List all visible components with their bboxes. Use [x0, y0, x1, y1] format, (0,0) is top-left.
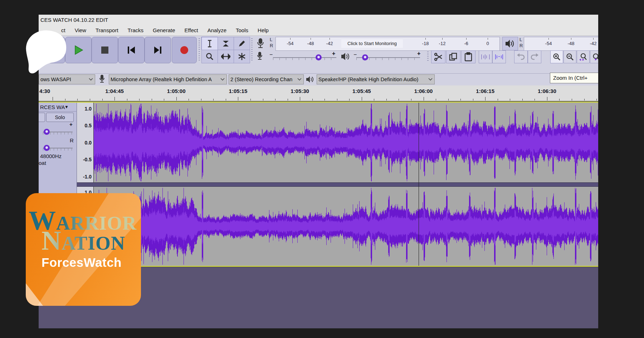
toolbar-grip[interactable] — [251, 38, 253, 61]
scale-label: -1.0 — [77, 173, 92, 180]
redo-button[interactable] — [528, 50, 541, 63]
monitor-button[interactable]: Click to Start Monitoring — [341, 39, 403, 48]
playback-device-dropdown[interactable]: Speaker/HP (Realtek High Definition Audi… — [317, 74, 435, 84]
menu-item-analyze[interactable]: Analyze — [203, 27, 231, 33]
chevron-down-icon — [297, 77, 302, 82]
mute-button[interactable] — [39, 113, 45, 122]
recording-device-dropdown[interactable]: Microphone Array (Realtek High Definitio… — [109, 74, 227, 84]
gain-thumb[interactable] — [44, 129, 50, 135]
waveform-right-channel[interactable] — [94, 187, 598, 266]
track-menu-dropdown-icon[interactable]: ▼ — [64, 104, 69, 109]
meter-tick — [311, 38, 311, 40]
toolbar-grip[interactable] — [199, 38, 200, 61]
timeline-tick — [102, 99, 103, 101]
timeline-tick — [399, 99, 399, 101]
toolbar-grip[interactable] — [427, 52, 429, 62]
cut-button[interactable] — [431, 50, 445, 63]
zoom-to-selection-icon — [579, 53, 587, 61]
track-name[interactable]: RCES WA — [40, 104, 65, 110]
stop-icon — [101, 46, 109, 54]
mixer-mic-icon — [254, 51, 265, 62]
meter-scale-value: -48 — [568, 41, 575, 46]
timeline-tick — [386, 99, 387, 101]
copy-button[interactable] — [446, 50, 460, 63]
menu-item-transport[interactable]: Transport — [91, 27, 123, 33]
window-title: CES WATCH 04.10.22 EDIT — [40, 17, 108, 23]
waveform-left-channel[interactable] — [94, 103, 598, 182]
white-blob-overlay — [25, 30, 69, 78]
recording-device-value: Microphone Array (Realtek High Definitio… — [111, 77, 212, 82]
recording-channels-dropdown[interactable]: 2 (Stereo) Recording Chan — [229, 74, 304, 84]
timeline-tick — [77, 99, 78, 101]
timeline-label: 1:05:45 — [352, 88, 371, 94]
undo-button[interactable] — [514, 50, 528, 63]
time-shift-tool-button[interactable] — [218, 50, 234, 63]
meter-tick — [330, 38, 330, 40]
zoom-in-tooltip: Zoom In (Ctrl+ — [550, 73, 598, 83]
cut-icon — [434, 52, 443, 62]
timeline-label: 1:04:45 — [105, 88, 124, 94]
record-meter[interactable]: -54-48-42Click to Start Monitoring-18-12… — [275, 37, 500, 51]
trim-audio-button[interactable] — [479, 50, 492, 63]
playback-meter-speaker-button[interactable] — [502, 37, 518, 50]
timeline-tick — [65, 99, 65, 101]
timeline-tick — [189, 99, 189, 101]
vertical-ruler-left-channel[interactable]: 1.00.50.0-0.5-1.0 — [77, 103, 94, 182]
multi-tool-button[interactable] — [234, 50, 250, 63]
timeline-tick — [448, 99, 449, 101]
selection-tool-button[interactable] — [201, 37, 218, 50]
timeline-tick — [436, 99, 436, 101]
skip-to-start-button[interactable] — [118, 37, 145, 63]
zoom-out-button[interactable] — [564, 50, 576, 63]
meter-tick — [442, 38, 443, 40]
meter-tick — [593, 38, 594, 40]
record-volume-thumb[interactable] — [316, 54, 322, 60]
play-button[interactable] — [65, 37, 92, 63]
scale-label: 0.5 — [77, 122, 92, 129]
zoom-tool-button[interactable] — [201, 50, 218, 63]
skip-to-end-button[interactable] — [145, 37, 171, 63]
undo-icon — [516, 53, 526, 61]
timeline-tick — [547, 97, 547, 101]
timeline-tick — [114, 97, 115, 101]
solo-button[interactable]: Solo — [46, 113, 74, 122]
record-meter-mic-button[interactable] — [253, 37, 268, 50]
menu-item-help[interactable]: Help — [253, 27, 273, 33]
envelope-tool-button[interactable] — [218, 37, 234, 50]
paste-icon — [464, 52, 473, 62]
timeline-tick — [572, 99, 572, 101]
menu-item-tools[interactable]: Tools — [231, 27, 253, 33]
zoom-in-button[interactable] — [550, 50, 563, 63]
playback-volume-plus: + — [417, 50, 420, 57]
playback-meter[interactable]: -54-48-42 — [524, 37, 598, 51]
track-sample-format: oat — [39, 160, 46, 166]
record-button[interactable] — [172, 37, 197, 63]
logo-line-nation: NATION — [42, 228, 141, 253]
meter-tick — [425, 38, 426, 40]
record-icon — [179, 45, 189, 55]
chevron-down-icon — [220, 77, 225, 82]
draw-tool-button[interactable] — [234, 37, 250, 50]
skip-to-start-icon — [126, 45, 136, 55]
meter-scale-value: -12 — [439, 41, 446, 46]
playback-meter-left-label: L — [519, 37, 522, 42]
menu-item-tracks[interactable]: Tracks — [123, 27, 148, 33]
pan-thumb[interactable] — [44, 145, 50, 151]
zoom-toggle-button[interactable] — [590, 50, 598, 63]
silence-audio-button[interactable] — [492, 50, 506, 63]
menu-item-effect[interactable]: Effect — [180, 27, 203, 33]
timeline-label: 1:05:30 — [291, 88, 309, 94]
trim-audio-icon — [481, 53, 490, 61]
timeline-tick — [176, 97, 177, 101]
paste-button[interactable] — [461, 50, 475, 63]
zoom-to-selection-button[interactable] — [577, 50, 590, 63]
timeline-tick — [498, 99, 498, 101]
timeline-ruler[interactable]: 4:301:04:451:05:001:05:151:05:301:05:451… — [39, 85, 598, 101]
playback-volume-thumb[interactable] — [362, 54, 368, 60]
playback-meter-right-label: R — [519, 43, 523, 48]
menu-item-generate[interactable]: Generate — [148, 27, 180, 33]
timeline-tick — [300, 97, 300, 101]
time-shift-tool-icon — [221, 53, 230, 60]
menu-item-view[interactable]: View — [70, 27, 91, 33]
stop-button[interactable] — [92, 37, 118, 63]
